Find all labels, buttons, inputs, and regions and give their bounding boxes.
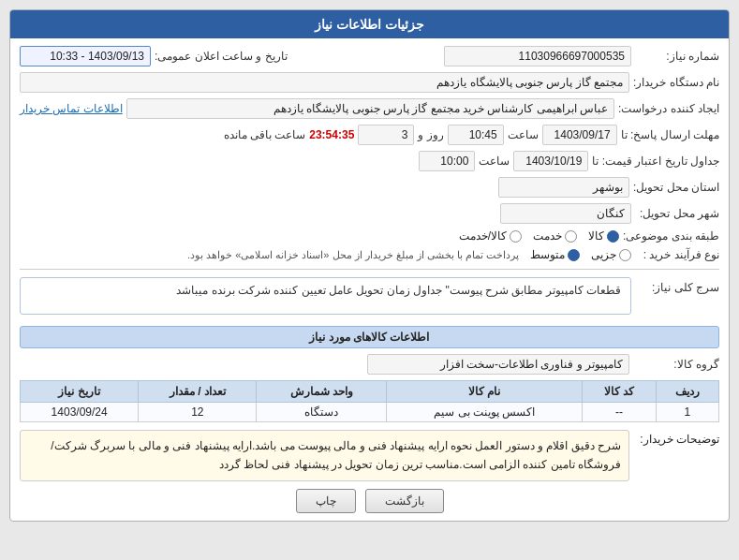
tabaqa-label: طبقه بندی موضوعی: <box>623 229 719 243</box>
table-header-row: ردیف کد کالا نام کالا واحد شمارش تعداد /… <box>21 381 719 403</box>
ijad-konande-label: ایجاد کننده درخواست: <box>618 102 719 115</box>
row-ostan: استان محل تحویل: بوشهر <box>20 177 719 198</box>
table-row: 1 -- اکسس پوینت بی سیم دستگاه 12 1403/09… <box>21 403 719 422</box>
row-group: گروه کالا: کامپیوتر و فناوری اطلاعات-سخت… <box>20 354 719 375</box>
page-title: جزئیات اطلاعات نیاز <box>315 17 424 32</box>
tabaqa-label-kala-khedmat: کالا/خدمت <box>459 229 507 243</box>
kala-table-container: ردیف کد کالا نام کالا واحد شمارش تعداد /… <box>20 380 719 422</box>
th-vahed: واحد شمارش <box>257 381 387 403</box>
btn-row: بازگشت چاپ <box>20 489 719 513</box>
shomara-niaz-label: شماره نیاز: <box>635 50 719 63</box>
nooe-farayand-label: نوع فرآیند خرید : <box>635 248 719 261</box>
th-nam: نام کالا <box>387 381 583 403</box>
shahr-label: شهر محل تحویل: <box>635 207 719 220</box>
td-tedad: 12 <box>139 403 257 422</box>
jadval-date: 1403/10/19 <box>513 151 588 171</box>
shomara-niaz-value: 11030966697000535 <box>444 46 631 66</box>
back-button[interactable]: بازگشت <box>365 489 444 513</box>
nooe-option-jozii[interactable]: جزیی <box>591 248 631 261</box>
divider-1 <box>20 269 719 270</box>
roz-label: روز و <box>418 128 443 141</box>
notes-label: توضیحات خریدار: <box>635 430 719 446</box>
jadval-saet-label: ساعت <box>479 155 510 168</box>
row-jadval: جداول تاریخ اعتبار قیمت: تا 1403/10/19 س… <box>20 151 719 171</box>
jadval-label: جداول تاریخ اعتبار قیمت: تا <box>592 155 719 168</box>
mohlat-ersal-time: 10:45 <box>448 125 504 145</box>
nooe-radio-jozii <box>619 249 631 261</box>
th-radif: ردیف <box>656 381 718 403</box>
td-kod: -- <box>583 403 656 422</box>
nooe-farayand-radio-group: جزیی متوسط <box>530 248 631 261</box>
row-notes: توضیحات خریدار: شرح دقیق اقلام و دستور ا… <box>20 430 719 481</box>
main-card: جزئیات اطلاعات نیاز شماره نیاز: 11030966… <box>9 9 730 522</box>
row-nooe-farayand: نوع فرآیند خرید : جزیی متوسط پرداخت تمام… <box>20 248 719 261</box>
nooe-label-motovaset: متوسط <box>530 248 565 261</box>
tarikh-ersal-value: 1403/09/13 - 10:33 <box>20 46 151 66</box>
tarikh-ersal-label: تاریخ و ساعت اعلان عمومی: <box>155 50 288 63</box>
nam-dastgah-label: نام دستگاه خریدار: <box>633 76 719 89</box>
print-button[interactable]: چاپ <box>296 489 356 513</box>
kala-table: ردیف کد کالا نام کالا واحد شمارش تعداد /… <box>20 380 719 422</box>
nooe-option-motovaset[interactable]: متوسط <box>530 248 580 261</box>
td-vahed: دستگاه <box>257 403 387 422</box>
notes-value: شرح دقیق اقلام و دستور العمل نحوه ارایه … <box>20 430 629 481</box>
shahr-value: کنگان <box>500 203 631 224</box>
nooe-radio-motovaset <box>568 249 580 261</box>
row-mohlat-ersal: مهلت ارسال پاسخ: تا 1403/09/17 ساعت 10:4… <box>20 125 719 145</box>
td-radif: 1 <box>656 403 718 422</box>
mohlat-ersal-roz: 3 <box>358 125 414 145</box>
countdown-value: 23:54:35 <box>309 128 354 141</box>
ittelas-tamas-link[interactable]: اطلاعات تماس خریدار <box>20 102 123 115</box>
info-section-title: اطلاعات کالاهای مورد نیاز <box>20 326 719 348</box>
tabaqa-option-khedmat[interactable]: خدمت <box>533 229 577 243</box>
nooe-label-jozii: جزیی <box>591 248 616 261</box>
th-tedad: تعداد / مقدار <box>139 381 257 403</box>
th-tarikh: تاریخ نیاز <box>21 381 139 403</box>
tabaqa-label-kala: کالا <box>588 229 604 243</box>
group-value: کامپیوتر و فناوری اطلاعات-سخت افزار <box>367 354 629 375</box>
td-nam: اکسس پوینت بی سیم <box>387 403 583 422</box>
tabaqa-radio-kala <box>607 230 619 243</box>
ijad-konande-value: عباس ابراهیمی کارشناس خرید مجتمع گاز پار… <box>126 98 614 119</box>
td-tarikh: 1403/09/24 <box>21 403 139 422</box>
ostan-label: استان محل تحویل: <box>633 181 719 194</box>
tabaqa-radio-group: کالا خدمت کالا/خدمت <box>459 229 619 243</box>
row-shomara: شماره نیاز: 11030966697000535 تاریخ و سا… <box>20 46 719 66</box>
tabaqa-label-khedmat: خدمت <box>533 229 562 243</box>
card-header: جزئیات اطلاعات نیاز <box>10 10 729 38</box>
sarj-value: قطعات کامپیوتر مطابق شرح پیوست" جداول زم… <box>20 277 631 315</box>
tabaqa-radio-kala-khedmat <box>510 230 522 243</box>
mohlat-ersal-label: مهلت ارسال پاسخ: تا <box>621 128 719 141</box>
tabaqa-radio-khedmat <box>565 230 577 243</box>
tabaqa-option-kala[interactable]: کالا <box>588 229 619 243</box>
page-container: جزئیات اطلاعات نیاز شماره نیاز: 11030966… <box>0 0 739 560</box>
nam-dastgah-value: مجتمع گاز پارس جنوبی پالایشگاه یازدهم <box>20 72 629 93</box>
baqi-label: ساعت باقی مانده <box>224 128 306 141</box>
ostan-value: بوشهر <box>498 177 629 198</box>
card-body: شماره نیاز: 11030966697000535 تاریخ و سا… <box>10 38 729 521</box>
jadval-time: 10:00 <box>419 151 475 171</box>
sarj-label: سرج کلی نیاز: <box>635 277 719 294</box>
mohlat-ersal-date: 1403/09/17 <box>542 125 617 145</box>
saet-label: ساعت <box>508 128 539 141</box>
row-shahr: شهر محل تحویل: کنگان <box>20 203 719 224</box>
row-ijad-konande: ایجاد کننده درخواست: عباس ابراهیمی کارشن… <box>20 98 719 119</box>
tabaqa-option-kala-khedmat[interactable]: کالا/خدمت <box>459 229 522 243</box>
nooe-farayand-note: پرداخت تمام با بخشی از مبلغ خریدار از مح… <box>187 249 519 261</box>
th-kod: کد کالا <box>583 381 656 403</box>
group-label: گروه کالا: <box>635 358 719 371</box>
row-sarj: سرج کلی نیاز: قطعات کامپیوتر مطابق شرح پ… <box>20 277 719 320</box>
row-nam-dastgah: نام دستگاه خریدار: مجتمع گاز پارس جنوبی … <box>20 72 719 93</box>
row-tabaqa: طبقه بندی موضوعی: کالا خدمت کالا/خدمت <box>20 229 719 243</box>
